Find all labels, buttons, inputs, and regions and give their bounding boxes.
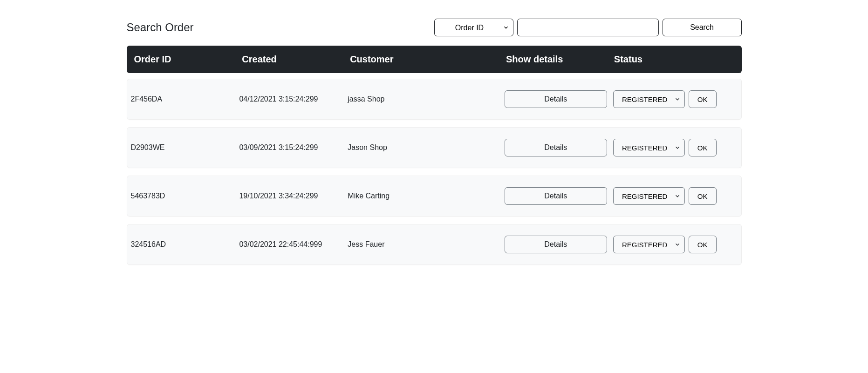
table-row: 324516AD03/02/2021 22:45:44:999Jess Faue…: [127, 224, 742, 265]
status-select[interactable]: REGISTERED: [613, 139, 685, 156]
column-header-status: Status: [614, 54, 734, 65]
table-body: 2F456DA04/12/2021 3:15:24:299jassa ShopD…: [127, 79, 742, 265]
details-cell: Details: [505, 187, 613, 205]
status-select[interactable]: REGISTERED: [613, 236, 685, 253]
status-select[interactable]: REGISTERED: [613, 187, 685, 205]
column-header-created: Created: [242, 54, 350, 65]
page-title: Search Order: [127, 21, 434, 34]
order-id-cell: D2903WE: [131, 143, 239, 152]
status-cell: REGISTEREDOK: [613, 236, 734, 253]
column-header-order-id: Order ID: [134, 54, 242, 65]
search-button[interactable]: Search: [663, 19, 742, 36]
customer-cell: jassa Shop: [348, 95, 504, 103]
created-cell: 03/09/2021 3:15:24:299: [239, 143, 348, 152]
ok-button[interactable]: OK: [689, 187, 717, 205]
customer-cell: Jess Fauer: [348, 240, 504, 249]
status-cell: REGISTEREDOK: [613, 139, 734, 156]
status-select[interactable]: REGISTERED: [613, 90, 685, 108]
details-button[interactable]: Details: [505, 236, 607, 253]
table-header-row: Order ID Created Customer Show details S…: [127, 46, 742, 73]
details-button[interactable]: Details: [505, 139, 607, 156]
search-field-select[interactable]: Order ID: [434, 19, 513, 36]
details-cell: Details: [505, 90, 613, 108]
ok-button[interactable]: OK: [689, 90, 717, 108]
order-id-cell: 5463783D: [131, 192, 239, 200]
status-cell: REGISTEREDOK: [613, 90, 734, 108]
search-controls: Order ID Search: [434, 19, 742, 36]
table-row: 5463783D19/10/2021 3:34:24:299Mike Carti…: [127, 176, 742, 217]
created-cell: 19/10/2021 3:34:24:299: [239, 192, 348, 200]
table-row: 2F456DA04/12/2021 3:15:24:299jassa ShopD…: [127, 79, 742, 120]
status-cell: REGISTEREDOK: [613, 187, 734, 205]
created-cell: 04/12/2021 3:15:24:299: [239, 95, 348, 103]
column-header-customer: Customer: [350, 54, 506, 65]
details-button[interactable]: Details: [505, 90, 607, 108]
customer-cell: Mike Carting: [348, 192, 504, 200]
table-row: D2903WE03/09/2021 3:15:24:299Jason ShopD…: [127, 127, 742, 168]
created-cell: 03/02/2021 22:45:44:999: [239, 240, 348, 249]
details-button[interactable]: Details: [505, 187, 607, 205]
ok-button[interactable]: OK: [689, 236, 717, 253]
order-id-cell: 2F456DA: [131, 95, 239, 103]
search-input[interactable]: [517, 19, 659, 36]
order-id-cell: 324516AD: [131, 240, 239, 249]
page-container: Search Order Order ID Search Order ID Cr…: [117, 0, 751, 282]
details-cell: Details: [505, 139, 613, 156]
ok-button[interactable]: OK: [689, 139, 717, 156]
customer-cell: Jason Shop: [348, 143, 504, 152]
details-cell: Details: [505, 236, 613, 253]
search-toolbar: Search Order Order ID Search: [127, 19, 742, 36]
column-header-details: Show details: [506, 54, 614, 65]
